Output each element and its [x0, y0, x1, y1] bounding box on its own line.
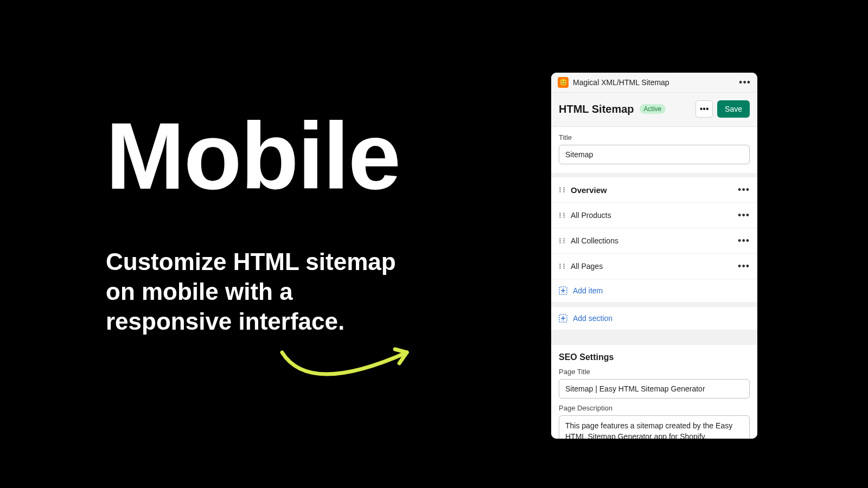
svg-point-6: [559, 213, 560, 214]
svg-point-7: [563, 213, 564, 214]
seo-page-title-input[interactable]: [559, 379, 750, 399]
divider: [551, 303, 757, 307]
row-more-icon[interactable]: •••: [738, 185, 750, 195]
drag-handle-icon[interactable]: [559, 212, 565, 219]
svg-point-20: [559, 266, 560, 267]
add-section-label: Add section: [573, 314, 612, 323]
row-more-icon[interactable]: •••: [738, 236, 750, 246]
list-item[interactable]: All Products •••: [551, 203, 757, 228]
add-section-icon: [559, 314, 567, 323]
row-more-icon[interactable]: •••: [738, 210, 750, 220]
more-actions-button[interactable]: •••: [695, 100, 713, 118]
add-item-icon: [559, 286, 567, 295]
app-panel: 😊 Magical XML/HTML Sitemap ••• HTML Site…: [551, 73, 757, 439]
save-button[interactable]: Save: [717, 100, 750, 118]
svg-point-1: [563, 187, 564, 188]
page-title: HTML Sitemap: [559, 103, 634, 115]
svg-point-17: [563, 242, 564, 243]
section-row-overview[interactable]: Overview •••: [551, 177, 757, 203]
app-bar-more-icon[interactable]: •••: [739, 78, 751, 87]
arrow-icon: [277, 336, 418, 390]
add-item-button[interactable]: Add item: [551, 279, 757, 303]
svg-point-16: [559, 242, 560, 243]
svg-point-10: [559, 216, 560, 217]
svg-point-22: [559, 267, 560, 268]
svg-point-8: [559, 215, 560, 216]
svg-point-19: [563, 264, 564, 265]
status-badge: Active: [640, 104, 666, 114]
list-item-label: All Collections: [571, 236, 618, 245]
drag-handle-icon[interactable]: [559, 237, 565, 244]
svg-point-0: [559, 187, 560, 188]
title-label: Title: [559, 133, 750, 142]
row-more-icon[interactable]: •••: [738, 261, 750, 271]
seo-page-desc-label: Page Description: [559, 404, 750, 412]
page-header-actions: ••• Save: [695, 100, 750, 118]
divider: [551, 330, 757, 345]
svg-point-12: [559, 238, 560, 239]
svg-point-9: [563, 215, 564, 216]
drag-handle-icon[interactable]: [559, 263, 565, 269]
svg-point-13: [563, 238, 564, 239]
svg-point-5: [563, 191, 564, 192]
list-item-label: All Pages: [571, 262, 603, 271]
title-input[interactable]: [559, 145, 750, 164]
svg-point-23: [563, 267, 564, 268]
divider: [551, 173, 757, 177]
title-section: Title: [551, 127, 757, 173]
list-item-label: All Products: [571, 211, 611, 220]
page-header-left: HTML Sitemap Active: [559, 103, 666, 115]
app-logo-glyph: 😊: [559, 79, 567, 86]
app-logo-icon: 😊: [558, 77, 569, 88]
svg-point-11: [563, 216, 564, 217]
seo-page-desc-input[interactable]: [559, 415, 750, 439]
app-bar: 😊 Magical XML/HTML Sitemap •••: [551, 73, 757, 93]
seo-heading: SEO Settings: [551, 345, 757, 362]
app-bar-left: 😊 Magical XML/HTML Sitemap: [558, 77, 669, 88]
add-section-button[interactable]: Add section: [551, 307, 757, 330]
page-header: HTML Sitemap Active ••• Save: [551, 93, 757, 127]
more-dots-icon: •••: [700, 104, 709, 114]
seo-page-title-section: Page Title: [551, 362, 757, 404]
list-item[interactable]: All Pages •••: [551, 254, 757, 279]
svg-point-4: [559, 191, 560, 192]
svg-point-18: [559, 264, 560, 265]
svg-point-3: [563, 189, 564, 190]
list-item[interactable]: All Collections •••: [551, 228, 757, 254]
promo-subtitle: Customize HTML sitemap on mobile with a …: [106, 247, 410, 336]
app-name: Magical XML/HTML Sitemap: [573, 78, 669, 87]
svg-point-21: [563, 266, 564, 267]
section-row-title: Overview: [571, 185, 607, 195]
seo-page-desc-section: Page Description: [551, 404, 757, 439]
add-item-label: Add item: [573, 286, 603, 295]
seo-page-title-label: Page Title: [559, 368, 750, 376]
svg-point-15: [563, 240, 564, 241]
promo-title: Mobile: [106, 108, 410, 203]
promo-block: Mobile Customize HTML sitemap on mobile …: [106, 108, 410, 336]
drag-handle-icon[interactable]: [559, 187, 565, 193]
svg-point-14: [559, 240, 560, 241]
svg-point-2: [559, 189, 560, 190]
